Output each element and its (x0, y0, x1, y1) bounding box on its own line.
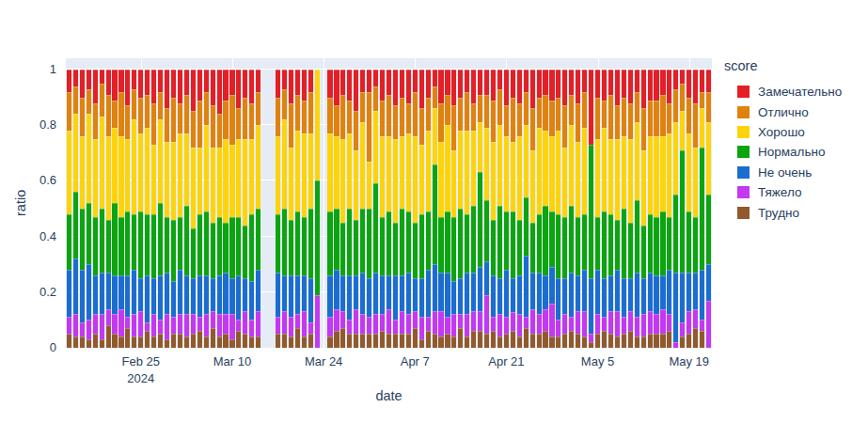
bar[interactable] (93, 70, 98, 348)
bar[interactable] (334, 70, 339, 348)
bar[interactable] (347, 70, 352, 348)
bar[interactable] (700, 70, 704, 348)
bar[interactable] (191, 70, 196, 348)
bar[interactable] (236, 70, 241, 348)
bar[interactable] (80, 70, 85, 348)
bar[interactable] (380, 70, 385, 348)
bar[interactable] (680, 70, 685, 348)
bar[interactable] (576, 70, 580, 348)
bar[interactable] (178, 70, 182, 348)
bar[interactable] (308, 70, 313, 348)
bar[interactable] (87, 70, 91, 348)
bar[interactable] (217, 70, 222, 348)
bar[interactable] (426, 70, 431, 348)
bar[interactable] (628, 70, 633, 348)
bar[interactable] (504, 70, 509, 348)
bar[interactable] (373, 70, 378, 348)
legend-item[interactable]: Замечательно (724, 82, 842, 102)
bar[interactable] (282, 70, 287, 348)
bar[interactable] (112, 70, 117, 348)
bar[interactable] (354, 70, 358, 348)
bar[interactable] (438, 70, 443, 348)
bar[interactable] (360, 70, 365, 348)
bar[interactable] (635, 70, 639, 348)
bar[interactable] (524, 70, 529, 348)
bar[interactable] (256, 70, 260, 348)
bar[interactable] (445, 70, 450, 348)
bar[interactable] (151, 70, 156, 348)
bar[interactable] (315, 70, 320, 348)
bar[interactable] (276, 70, 280, 348)
bar[interactable] (327, 70, 332, 348)
legend-item[interactable]: Тяжело (724, 182, 842, 202)
bar[interactable] (615, 70, 620, 348)
bar[interactable] (491, 70, 496, 348)
bar[interactable] (687, 70, 691, 348)
bar[interactable] (569, 70, 574, 348)
bar[interactable] (556, 70, 560, 348)
bar[interactable] (562, 70, 567, 348)
bar[interactable] (295, 70, 300, 348)
bar[interactable] (654, 70, 658, 348)
bar[interactable] (197, 70, 202, 348)
bar[interactable] (158, 70, 163, 348)
legend-item[interactable]: Трудно (724, 202, 842, 222)
bar[interactable] (400, 70, 404, 348)
bar[interactable] (471, 70, 476, 348)
bar[interactable] (223, 70, 228, 348)
bar[interactable] (100, 70, 104, 348)
bar[interactable] (204, 70, 209, 348)
bar[interactable] (517, 70, 522, 348)
bar[interactable] (458, 70, 463, 348)
bar[interactable] (622, 70, 626, 348)
bar[interactable] (413, 70, 418, 348)
bar[interactable] (118, 70, 123, 348)
bar[interactable] (184, 70, 189, 348)
bar[interactable] (543, 70, 547, 348)
bar[interactable] (660, 70, 665, 348)
bar[interactable] (648, 70, 653, 348)
bar[interactable] (433, 70, 437, 348)
bar[interactable] (106, 70, 111, 348)
bar[interactable] (602, 70, 607, 348)
bar[interactable] (229, 70, 234, 348)
bar[interactable] (465, 70, 469, 348)
bar[interactable] (582, 70, 587, 348)
bar[interactable] (302, 70, 307, 348)
bar[interactable] (165, 70, 169, 348)
bar[interactable] (451, 70, 456, 348)
bar[interactable] (484, 70, 489, 348)
bar[interactable] (249, 70, 254, 348)
legend-item[interactable]: Не очень (724, 163, 842, 182)
bar[interactable] (138, 70, 143, 348)
bar[interactable] (340, 70, 345, 348)
bar[interactable] (67, 70, 71, 348)
legend-item[interactable]: Хорошо (724, 122, 842, 142)
bar[interactable] (393, 70, 398, 348)
bar[interactable] (530, 70, 535, 348)
bar[interactable] (589, 70, 593, 348)
bar[interactable] (132, 70, 136, 348)
bar[interactable] (125, 70, 130, 348)
bar[interactable] (511, 70, 515, 348)
bar[interactable] (673, 70, 678, 348)
legend-item[interactable]: Нормально (724, 142, 842, 162)
bar[interactable] (145, 70, 150, 348)
bar[interactable] (367, 70, 371, 348)
bar[interactable] (667, 70, 671, 348)
bar[interactable] (549, 70, 554, 348)
bar[interactable] (289, 70, 293, 348)
bar[interactable] (608, 70, 613, 348)
bar[interactable] (73, 70, 78, 348)
bar[interactable] (211, 70, 215, 348)
bar[interactable] (478, 70, 482, 348)
bar[interactable] (387, 70, 391, 348)
bar[interactable] (641, 70, 646, 348)
bar[interactable] (406, 70, 411, 348)
bar[interactable] (595, 70, 600, 348)
legend-item[interactable]: Отлично (724, 102, 842, 121)
bar[interactable] (706, 70, 711, 348)
bar[interactable] (171, 70, 176, 348)
bar[interactable] (419, 70, 424, 348)
bar[interactable] (243, 70, 247, 348)
